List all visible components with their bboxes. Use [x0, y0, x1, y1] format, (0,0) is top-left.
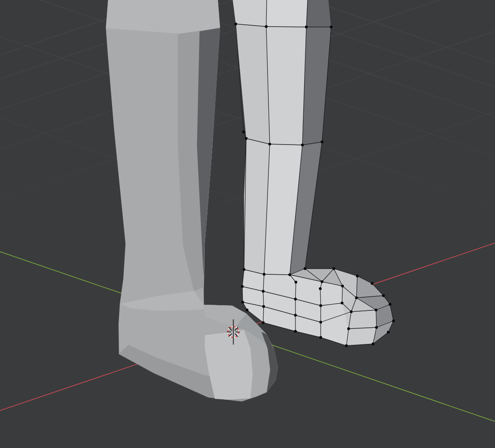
edit-vertex[interactable] [332, 267, 335, 270]
edit-vertex[interactable] [330, 26, 332, 28]
edit-vertex[interactable] [262, 321, 264, 324]
edit-vertex[interactable] [268, 143, 271, 145]
edit-vertex[interactable] [241, 301, 244, 303]
edit-vertex[interactable] [294, 298, 297, 300]
edit-vertex[interactable] [245, 137, 248, 140]
edit-vertex[interactable] [263, 273, 265, 276]
edit-vertex[interactable] [347, 327, 350, 330]
edit-vertex[interactable] [387, 331, 390, 333]
edit-vertex[interactable] [301, 144, 304, 146]
edit-vertex[interactable] [304, 267, 306, 270]
edit-vertex[interactable] [382, 294, 385, 297]
edit-vertex[interactable] [295, 281, 297, 283]
edit-vertex[interactable] [341, 285, 344, 287]
edit-vertex[interactable] [392, 320, 395, 322]
edit-vertex[interactable] [294, 314, 297, 317]
right-leg-mesh-edit-facet[interactable] [346, 327, 376, 346]
edit-vertex[interactable] [345, 344, 348, 347]
edit-vertex[interactable] [246, 309, 248, 311]
edit-vertex[interactable] [243, 268, 245, 271]
edit-vertex[interactable] [355, 296, 358, 299]
edit-vertex[interactable] [305, 26, 308, 28]
edit-vertex[interactable] [294, 330, 297, 333]
right-leg-mesh-edit-facet[interactable] [266, 27, 306, 145]
edit-vertex[interactable] [242, 131, 245, 133]
edit-vertex[interactable] [319, 321, 322, 323]
edit-vertex[interactable] [319, 287, 322, 290]
edit-vertex[interactable] [371, 282, 373, 285]
edit-vertex[interactable] [265, 25, 268, 28]
edit-vertex[interactable] [321, 141, 323, 143]
edit-vertex[interactable] [234, 23, 237, 25]
edit-vertex[interactable] [375, 326, 378, 329]
right-leg-mesh-edit-facet[interactable] [306, 0, 331, 27]
edit-vertex[interactable] [341, 302, 343, 304]
edit-vertex[interactable] [288, 273, 291, 276]
left-leg-mesh-facet[interactable] [106, 0, 220, 34]
right-leg-mesh-edit-facet[interactable] [233, 0, 267, 27]
viewport-canvas[interactable] [0, 0, 495, 448]
edit-vertex[interactable] [319, 336, 322, 339]
edit-vertex[interactable] [262, 290, 264, 293]
edit-vertex[interactable] [319, 304, 322, 307]
blender-3d-viewport[interactable] [0, 0, 495, 448]
right-leg-mesh-edit-facet[interactable] [266, 0, 308, 27]
edit-vertex[interactable] [372, 343, 374, 345]
edit-vertex[interactable] [350, 310, 353, 313]
edit-vertex[interactable] [375, 309, 377, 311]
right-leg-mesh-edit-facet[interactable] [349, 310, 376, 329]
edit-vertex[interactable] [241, 285, 244, 288]
edit-vertex[interactable] [389, 303, 391, 306]
edit-vertex[interactable] [356, 275, 359, 277]
edit-vertex[interactable] [321, 280, 323, 283]
edit-vertex[interactable] [262, 305, 265, 308]
